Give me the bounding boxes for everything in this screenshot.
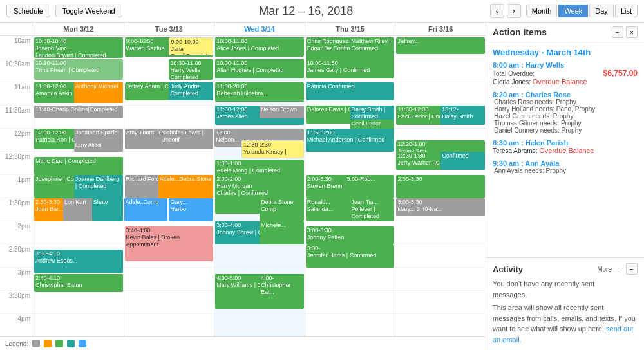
action-header-controls: − × (612, 26, 638, 38)
activity-message-1: You don't have any recently sent message… (493, 279, 638, 300)
action-close-button[interactable]: × (626, 26, 638, 38)
appt-mon-13[interactable]: Lori Kart (63, 198, 92, 221)
appt-fri-3[interactable]: 13:12-Daisy Smith (440, 106, 485, 125)
top-bar: Schedule Toggle Weekend Mar 12 – 16, 201… (0, 0, 644, 23)
day-view-button[interactable]: Day (589, 5, 614, 17)
appt-wed-5[interactable]: Nelson Brown (260, 106, 304, 118)
toggle-weekend-button[interactable]: Toggle Weekend (55, 5, 122, 17)
appt-wed-1[interactable]: 10:00-11:00Alice Jones | Completed (215, 37, 304, 57)
appt-mon-4[interactable]: Anthony Michael (74, 82, 123, 103)
day-headers: Mon 3/12 Tue 3/13 Wed 3/14 Thu 3/15 Fri … (33, 23, 486, 35)
appt-mon-9[interactable]: Marie Diaz | Completed (34, 157, 123, 175)
appt-thu-4[interactable]: Patricia Confirmed (306, 82, 395, 100)
schedule-button[interactable]: Schedule (6, 5, 50, 17)
ann-ayala-needs: Ann Ayala needs: Prophy (494, 167, 638, 174)
activity-more-button[interactable]: More (597, 266, 612, 273)
time-label-130pm: 1:30pm (0, 198, 33, 221)
charles-rose-needs-5: Daniel Connery needs: Prophy (494, 127, 638, 134)
appt-thu-13[interactable]: 3:00-3:30Johnny Patten (306, 226, 395, 244)
appt-tue-10[interactable]: Gary...Harbo (169, 198, 213, 221)
appt-fri-6[interactable]: Confirmed (440, 152, 485, 170)
appt-fri-8[interactable]: 3:00-3:30Mary... 3:40-Na... (396, 198, 485, 216)
appt-fri-7[interactable]: 2:30-3:30 (396, 175, 485, 198)
time-label-2pm: 2pm (0, 221, 33, 244)
charles-rose-needs-4: Thomas Gilmer needs: Prophy (494, 120, 638, 127)
action-date-heading: Wednesday - March 14th (493, 48, 638, 57)
calendar-header: Mon 3/12 Tue 3/13 Wed 3/14 Thu 3/15 Fri … (0, 23, 486, 36)
time-label-11am: 11am (0, 82, 33, 106)
appt-wed-3[interactable]: 11:00-20:00Rebekah Hildebra... (215, 82, 304, 102)
appt-mon-8[interactable]: Larry Abbot (74, 142, 123, 152)
appt-tue-3[interactable]: 10:30-11:00Harry Wells Completed (169, 59, 213, 80)
appt-mon-2[interactable]: 10:10-11:00Trina Fream | Completed (34, 59, 123, 80)
appt-tue-5[interactable]: Judy Andre... Completed (169, 82, 213, 100)
appt-mon-15[interactable]: 3:30-4:10Andrew Espos... (34, 250, 123, 273)
time-label-1pm: 1pm (0, 175, 33, 198)
action-panel-title: Action Items (493, 27, 547, 37)
appt-tue-12[interactable]: Adele..Comp (124, 198, 167, 221)
gloria-jones-status: Overdue Balance (533, 78, 587, 86)
appt-thu-12[interactable]: Jean Tia...Pelletier | Completed (350, 198, 395, 221)
appt-thu-10[interactable]: 3:00-Rob... (346, 175, 395, 193)
legend-green (55, 340, 63, 347)
appt-mon-14[interactable]: Shaw (92, 198, 123, 221)
appt-mon-1[interactable]: 10:00-10:40Joseph Vinc...Landon Bryant |… (34, 37, 123, 58)
legend-bar: Legend: (0, 336, 486, 350)
appt-tue-7[interactable]: Nicholas Lewis | Unconf (160, 129, 213, 149)
appt-mon-5[interactable]: 11:40-Charla Collins|Completed (34, 106, 123, 118)
appt-wed-10[interactable]: Debra StoneComp (260, 198, 304, 221)
appt-tue-2[interactable]: 9:00-10:00Jana Boyd|Completed (169, 37, 213, 55)
action-entry-820: 8:20 am : Charles Rose Charles Rose need… (493, 91, 638, 134)
action-entry-930: 9:30 am : Ann Ayala Ann Ayala needs: Pro… (493, 160, 638, 174)
appt-mon-16[interactable]: 2:40-4:10Christopher Eaton (34, 274, 123, 292)
appt-mon-7[interactable]: Jonathan Spader (74, 129, 123, 142)
charles-rose-needs-3: Hazel Green needs: Prophy (494, 113, 638, 120)
day-header-wed: Wed 3/14 (214, 23, 305, 35)
appt-tue-11[interactable]: 3:40-4:00Kevin Bales | Broken Appointmen… (125, 226, 214, 261)
appt-thu-3[interactable]: 10:00-11:50James Gary | Confirmed (306, 59, 395, 78)
appt-wed-12[interactable]: Michele... (260, 221, 304, 244)
list-view-button[interactable]: List (615, 5, 638, 17)
time-label-12pm: 12pm (0, 129, 33, 152)
time-col-header (0, 23, 33, 35)
view-buttons: Month Week Day List (526, 5, 638, 17)
teresa-abrams-status: Overdue Balance (539, 147, 594, 154)
prev-button[interactable]: ‹ (490, 4, 504, 18)
main-content: Mon 3/12 Tue 3/13 Wed 3/14 Thu 3/15 Fri … (0, 23, 644, 350)
appt-thu-14[interactable]: 3:30-Jennifer Harris | Confirmed (306, 244, 395, 268)
appt-fri-1[interactable]: Jeffrey... (396, 37, 485, 54)
next-button[interactable]: › (507, 4, 521, 18)
thursday-column: Chris RodriguezEdgar De Confirm Matthew … (305, 36, 396, 336)
appt-wed-14[interactable]: 4:00-Christopher Eat... (260, 274, 304, 297)
legend-gray (32, 340, 40, 347)
activity-section: Activity More — − You don't have any rec… (486, 257, 644, 350)
action-content: Wednesday - March 14th 8:00 am : Harry W… (486, 42, 644, 257)
activity-separator: — (616, 266, 622, 273)
nav-arrows: ‹ › (490, 4, 521, 18)
wednesday-column: 10:00-11:00Alice Jones | Completed 10:00… (214, 36, 305, 336)
activity-message-body: This area will show all recently sent me… (493, 302, 638, 345)
activity-minimize-button[interactable]: − (626, 263, 638, 275)
appt-mon-11[interactable]: Joanne Dahlberg | Completed (74, 175, 123, 198)
overdue-amount: $6,757.00 (603, 69, 638, 78)
week-view-button[interactable]: Week (558, 5, 588, 17)
legend-orange (44, 340, 52, 347)
action-minimize-button[interactable]: − (612, 26, 623, 38)
appt-wed-2[interactable]: 10:00-11:00Allan Hughes | Completed (215, 59, 304, 78)
action-time-800: 8:00 am : Harry Wells (493, 61, 638, 69)
appt-thu-8[interactable]: 11:50-2:00Michael Anderson | Confirmed (306, 129, 395, 152)
calendar-title: Mar 12 – 16, 2018 (128, 5, 485, 18)
time-column: 10am 10:30am 11am 11:30am 12pm 12:30pm 1… (0, 36, 33, 336)
gloria-jones-label: Gloria Jones: (493, 78, 531, 86)
action-panel-header: Action Items − × (486, 23, 644, 42)
activity-header: Activity More — − (493, 263, 638, 275)
appt-thu-2[interactable]: Matthew Riley | Confirmed (350, 37, 395, 57)
month-view-button[interactable]: Month (526, 5, 558, 17)
calendar-area: Mon 3/12 Tue 3/13 Wed 3/14 Thu 3/15 Fri … (0, 23, 486, 350)
action-time-830: 8:30 am : Helen Parish (493, 139, 638, 147)
charles-rose-needs-2: Harry Holland needs: Pano, Prophy (494, 106, 638, 113)
activity-message-line2: messages. (493, 291, 527, 299)
appt-wed-7[interactable]: 12:30-2:30Yolanda Kinsey | (242, 140, 304, 158)
appt-tue-9[interactable]: Adele...Debra Stone (158, 175, 214, 198)
activity-body: You don't have any recently sent message… (493, 279, 638, 345)
